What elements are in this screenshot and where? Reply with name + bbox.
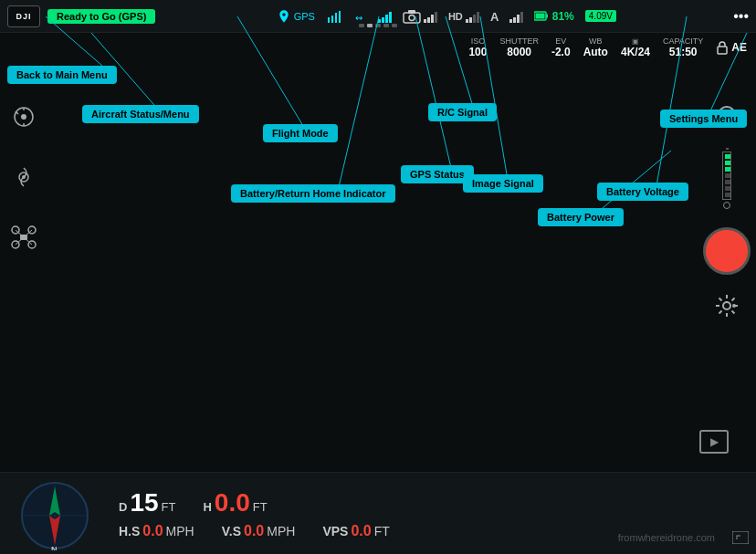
height-value: 0.0 [215, 488, 250, 517]
rc-signal-annotation: R/C Signal [428, 103, 497, 121]
top-icons: GPS ↭ [166, 9, 726, 24]
settings-menu-annotation: Settings Menu [660, 110, 747, 128]
capacity-value: 51:50 [669, 46, 698, 58]
expand-icon[interactable] [732, 531, 749, 547]
vps-stat: VPS 0.0 FT [322, 523, 389, 539]
battery-seg-7 [725, 193, 730, 197]
battery-pct: 81% [552, 10, 574, 23]
ev-value: -2.0 [551, 46, 571, 58]
svg-text:A: A [490, 10, 499, 24]
transmission-icon: ↭ [355, 10, 375, 23]
settings-icon[interactable] [710, 289, 743, 322]
svg-rect-11 [535, 13, 544, 18]
camera-icon [403, 9, 421, 24]
svg-line-33 [338, 16, 379, 191]
svg-rect-5 [404, 13, 420, 23]
vps-value: 0.0 [351, 523, 371, 539]
hd-indicator: HD [448, 10, 479, 23]
battery-voltage-badge: 4.09V [585, 10, 616, 22]
hs-label: H.S [119, 524, 140, 538]
hs-unit: MPH [166, 524, 194, 538]
settings-gear-icon [714, 293, 740, 319]
iso-setting: ISO 100 [468, 37, 487, 58]
transmission-bars [378, 10, 392, 23]
a-indicator: A [490, 9, 523, 24]
vertical-speed-stat: V.S 0.0 MPH [222, 523, 296, 539]
svg-rect-7 [408, 10, 415, 14]
res-label: ▣ [632, 37, 639, 46]
rc-antenna-icon [326, 10, 344, 23]
battery-bottom-indicator [723, 202, 730, 209]
flight-mode-annotation: Flight Mode [263, 124, 338, 142]
orientation-icon[interactable] [7, 100, 40, 133]
svg-point-6 [409, 15, 415, 20]
battery-seg-6 [725, 186, 730, 191]
stabilization-icon[interactable] [7, 161, 40, 193]
svg-rect-10 [546, 14, 548, 17]
ev-label: EV [555, 37, 566, 46]
battery-seg-2 [725, 161, 730, 165]
dot-indicator [359, 24, 397, 27]
distance-unit: FT [162, 500, 176, 514]
stabilize-icon [11, 164, 37, 190]
wb-label: WB [589, 37, 603, 46]
dji-logo: DJI [7, 5, 40, 27]
svg-rect-46 [732, 531, 749, 544]
a-signal-bars [509, 10, 523, 23]
drone-icon[interactable] [7, 221, 40, 254]
battery-seg-4 [725, 173, 730, 178]
a-icon: A [490, 9, 507, 24]
vs-label: V.S [222, 524, 241, 538]
compass: N [9, 477, 100, 550]
wb-value: Auto [583, 46, 608, 58]
svg-rect-12 [718, 47, 727, 54]
height-stat: H 0.0 FT [203, 488, 267, 517]
svg-rect-25 [20, 235, 27, 240]
capacity-setting: CAPACITY 51:50 [663, 37, 703, 58]
gps-indicator: GPS [277, 9, 315, 24]
vs-unit: MPH [267, 524, 295, 538]
right-sidebar [703, 100, 751, 322]
vs-value: 0.0 [244, 523, 264, 539]
camera-indicator [403, 9, 437, 24]
capacity-label: CAPACITY [663, 37, 703, 46]
lock-icon [716, 40, 729, 55]
battery-icon [534, 9, 549, 24]
gimbal-icon [11, 104, 37, 130]
shutter-value: 8000 [507, 46, 531, 58]
res-setting: ▣ 4K/24 [621, 37, 650, 58]
dot-2 [367, 24, 373, 27]
more-menu-icon[interactable]: ••• [733, 8, 749, 25]
svg-point-28 [723, 302, 730, 309]
svg-point-29 [732, 304, 736, 308]
record-button[interactable] [703, 227, 751, 275]
iso-value: 100 [468, 46, 487, 58]
distance-stat: D 15 FT [119, 488, 175, 517]
video-play-button[interactable]: ▶ [699, 430, 729, 454]
top-bar: DJI Ready to Go (GPS) GPS ↭ [0, 0, 756, 33]
gps-label: GPS [294, 11, 315, 22]
rc-signal-indicator [326, 10, 344, 23]
dot-4 [383, 24, 389, 27]
camera-settings-bar: ISO 100 SHUTTER 8000 EV -2.0 WB Auto ▣ 4… [468, 33, 747, 62]
compass-svg: N [9, 477, 100, 550]
stats-row-1: D 15 FT H 0.0 FT [119, 488, 756, 517]
battery-seg-5 [725, 180, 730, 184]
height-unit: FT [253, 500, 268, 514]
watermark: fromwhereidrone.com [618, 532, 715, 543]
drone-top-icon [10, 225, 37, 250]
battery-seg-3 [725, 167, 730, 172]
battery-level-meter [722, 148, 731, 209]
aircraft-status-annotation: Aircraft Status/Menu [82, 105, 199, 123]
status-badge: Ready to Go (GPS) [47, 9, 155, 24]
expand-svg-icon [732, 531, 749, 544]
shutter-setting: SHUTTER 8000 [499, 37, 539, 58]
battery-power-annotation: Battery Power [538, 208, 624, 226]
image-signal-annotation: Image Signal [463, 174, 543, 193]
height-label: H [203, 500, 211, 514]
svg-line-34 [415, 16, 452, 172]
gps-icon [277, 9, 291, 24]
svg-text:↭: ↭ [355, 13, 362, 23]
dot-5 [392, 24, 397, 27]
distance-value: 15 [130, 488, 158, 517]
